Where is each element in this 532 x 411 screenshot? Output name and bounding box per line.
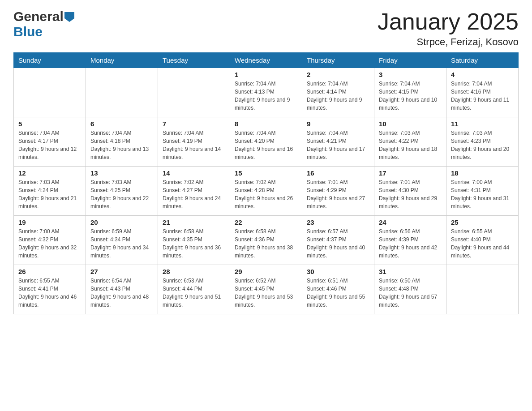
day-info: Sunrise: 7:00 AM Sunset: 4:31 PM Dayligh…: [451, 178, 514, 210]
calendar-cell: 30Sunrise: 6:51 AM Sunset: 4:46 PM Dayli…: [302, 265, 374, 314]
header-day-monday: Monday: [86, 53, 158, 68]
day-number: 21: [163, 218, 225, 226]
header-day-thursday: Thursday: [302, 53, 374, 68]
day-number: 3: [379, 71, 442, 78]
day-number: 23: [307, 218, 369, 226]
day-number: 25: [451, 218, 514, 226]
header-day-tuesday: Tuesday: [158, 53, 230, 68]
calendar-cell: 4Sunrise: 7:04 AM Sunset: 4:16 PM Daylig…: [446, 68, 519, 117]
calendar-cell: 15Sunrise: 7:02 AM Sunset: 4:28 PM Dayli…: [230, 167, 302, 216]
calendar-cell: 1Sunrise: 7:04 AM Sunset: 4:13 PM Daylig…: [230, 68, 302, 117]
day-info: Sunrise: 6:55 AM Sunset: 4:41 PM Dayligh…: [18, 277, 81, 309]
calendar-header-row: SundayMondayTuesdayWednesdayThursdayFrid…: [14, 53, 519, 68]
calendar-cell: 8Sunrise: 7:04 AM Sunset: 4:20 PM Daylig…: [230, 117, 302, 167]
calendar-cell: 27Sunrise: 6:54 AM Sunset: 4:43 PM Dayli…: [86, 265, 158, 314]
day-info: Sunrise: 7:02 AM Sunset: 4:27 PM Dayligh…: [163, 178, 225, 210]
day-info: Sunrise: 6:55 AM Sunset: 4:40 PM Dayligh…: [451, 227, 514, 260]
day-info: Sunrise: 7:04 AM Sunset: 4:17 PM Dayligh…: [18, 129, 81, 161]
day-number: 28: [163, 268, 225, 275]
calendar-cell: 6Sunrise: 7:04 AM Sunset: 4:18 PM Daylig…: [86, 117, 158, 167]
day-number: 12: [18, 169, 81, 177]
day-info: Sunrise: 6:52 AM Sunset: 4:45 PM Dayligh…: [235, 277, 297, 309]
calendar-cell: 10Sunrise: 7:03 AM Sunset: 4:22 PM Dayli…: [374, 117, 446, 167]
calendar-table: SundayMondayTuesdayWednesdayThursdayFrid…: [13, 52, 519, 314]
calendar-cell: 16Sunrise: 7:01 AM Sunset: 4:29 PM Dayli…: [302, 167, 374, 216]
day-number: 9: [307, 120, 369, 128]
day-info: Sunrise: 7:03 AM Sunset: 4:22 PM Dayligh…: [379, 129, 442, 161]
calendar-cell: 9Sunrise: 7:04 AM Sunset: 4:21 PM Daylig…: [302, 117, 374, 167]
page-header: General Blue January 2025 Strpce, Feriza…: [13, 9, 519, 48]
day-number: 20: [90, 218, 153, 226]
day-info: Sunrise: 7:01 AM Sunset: 4:30 PM Dayligh…: [379, 178, 442, 210]
day-number: 11: [451, 120, 514, 128]
day-info: Sunrise: 6:58 AM Sunset: 4:36 PM Dayligh…: [235, 227, 297, 260]
day-info: Sunrise: 7:03 AM Sunset: 4:24 PM Dayligh…: [18, 178, 81, 210]
logo-flag-icon: [64, 12, 74, 22]
day-info: Sunrise: 7:04 AM Sunset: 4:19 PM Dayligh…: [163, 129, 225, 161]
calendar-cell: 19Sunrise: 7:00 AM Sunset: 4:32 PM Dayli…: [14, 216, 86, 265]
calendar-title-block: January 2025 Strpce, Ferizaj, Kosovo: [378, 9, 519, 48]
day-info: Sunrise: 7:03 AM Sunset: 4:23 PM Dayligh…: [451, 129, 514, 161]
day-number: 19: [18, 218, 81, 226]
day-info: Sunrise: 7:04 AM Sunset: 4:14 PM Dayligh…: [307, 80, 369, 112]
calendar-week-row: 12Sunrise: 7:03 AM Sunset: 4:24 PM Dayli…: [14, 167, 519, 216]
day-number: 8: [235, 120, 297, 128]
calendar-cell: 13Sunrise: 7:03 AM Sunset: 4:25 PM Dayli…: [86, 167, 158, 216]
svg-marker-1: [64, 18, 74, 22]
day-number: 26: [18, 268, 81, 275]
day-info: Sunrise: 7:01 AM Sunset: 4:29 PM Dayligh…: [307, 178, 369, 210]
day-info: Sunrise: 7:00 AM Sunset: 4:32 PM Dayligh…: [18, 227, 81, 260]
header-day-saturday: Saturday: [446, 53, 519, 68]
day-number: 27: [90, 268, 153, 275]
day-number: 18: [451, 169, 514, 177]
day-info: Sunrise: 7:04 AM Sunset: 4:16 PM Dayligh…: [451, 80, 514, 112]
calendar-cell: 17Sunrise: 7:01 AM Sunset: 4:30 PM Dayli…: [374, 167, 446, 216]
calendar-cell: 20Sunrise: 6:59 AM Sunset: 4:34 PM Dayli…: [86, 216, 158, 265]
calendar-cell: 22Sunrise: 6:58 AM Sunset: 4:36 PM Dayli…: [230, 216, 302, 265]
day-number: 29: [235, 268, 297, 275]
calendar-cell: 3Sunrise: 7:04 AM Sunset: 4:15 PM Daylig…: [374, 68, 446, 117]
day-info: Sunrise: 7:04 AM Sunset: 4:15 PM Dayligh…: [379, 80, 442, 112]
calendar-month-year: January 2025: [378, 9, 519, 34]
day-info: Sunrise: 7:04 AM Sunset: 4:21 PM Dayligh…: [307, 129, 369, 161]
calendar-cell: 11Sunrise: 7:03 AM Sunset: 4:23 PM Dayli…: [446, 117, 519, 167]
day-info: Sunrise: 6:54 AM Sunset: 4:43 PM Dayligh…: [90, 277, 153, 309]
day-number: 10: [379, 120, 442, 128]
calendar-cell: 24Sunrise: 6:56 AM Sunset: 4:39 PM Dayli…: [374, 216, 446, 265]
calendar-week-row: 26Sunrise: 6:55 AM Sunset: 4:41 PM Dayli…: [14, 265, 519, 314]
header-day-friday: Friday: [374, 53, 446, 68]
day-number: 1: [235, 71, 297, 78]
logo-blue-text: Blue: [13, 24, 43, 39]
calendar-cell: [86, 68, 158, 117]
day-info: Sunrise: 7:04 AM Sunset: 4:18 PM Dayligh…: [90, 129, 153, 161]
calendar-cell: 5Sunrise: 7:04 AM Sunset: 4:17 PM Daylig…: [14, 117, 86, 167]
day-number: 4: [451, 71, 514, 78]
calendar-cell: 23Sunrise: 6:57 AM Sunset: 4:37 PM Dayli…: [302, 216, 374, 265]
day-number: 13: [90, 169, 153, 177]
day-number: 7: [163, 120, 225, 128]
day-number: 22: [235, 218, 297, 226]
day-info: Sunrise: 7:02 AM Sunset: 4:28 PM Dayligh…: [235, 178, 297, 210]
calendar-cell: [446, 265, 519, 314]
calendar-cell: 18Sunrise: 7:00 AM Sunset: 4:31 PM Dayli…: [446, 167, 519, 216]
day-number: 6: [90, 120, 153, 128]
day-info: Sunrise: 7:04 AM Sunset: 4:13 PM Dayligh…: [235, 80, 297, 112]
day-info: Sunrise: 6:58 AM Sunset: 4:35 PM Dayligh…: [163, 227, 225, 260]
day-number: 24: [379, 218, 442, 226]
day-number: 14: [163, 169, 225, 177]
calendar-cell: 7Sunrise: 7:04 AM Sunset: 4:19 PM Daylig…: [158, 117, 230, 167]
day-number: 30: [307, 268, 369, 275]
calendar-cell: 29Sunrise: 6:52 AM Sunset: 4:45 PM Dayli…: [230, 265, 302, 314]
day-info: Sunrise: 6:53 AM Sunset: 4:44 PM Dayligh…: [163, 277, 225, 309]
calendar-cell: [158, 68, 230, 117]
day-info: Sunrise: 7:03 AM Sunset: 4:25 PM Dayligh…: [90, 178, 153, 210]
logo-general-text: General: [13, 9, 64, 24]
calendar-cell: 26Sunrise: 6:55 AM Sunset: 4:41 PM Dayli…: [14, 265, 86, 314]
day-number: 17: [379, 169, 442, 177]
day-info: Sunrise: 6:51 AM Sunset: 4:46 PM Dayligh…: [307, 277, 369, 309]
day-number: 16: [307, 169, 369, 177]
calendar-cell: 21Sunrise: 6:58 AM Sunset: 4:35 PM Dayli…: [158, 216, 230, 265]
day-number: 5: [18, 120, 81, 128]
svg-rect-0: [64, 12, 74, 18]
calendar-cell: [14, 68, 86, 117]
